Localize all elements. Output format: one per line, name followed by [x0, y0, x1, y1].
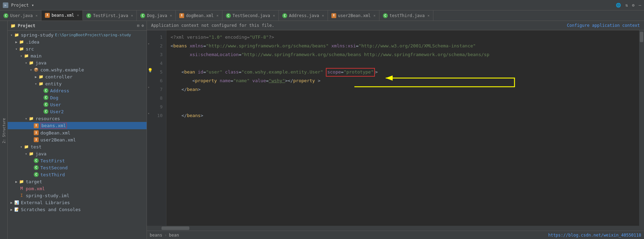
tree-item-test-java[interactable]: ▾ 📁 java: [8, 150, 147, 157]
tree-item-main[interactable]: ▾ 📁 main: [8, 52, 147, 59]
tree-label-main: main: [31, 53, 41, 59]
tab-user-java[interactable]: C User.java ✕: [0, 10, 41, 21]
folder-icon: 📁: [38, 81, 44, 86]
tree-item-testsecond[interactable]: C TestSecond: [8, 164, 147, 171]
tree-item-resources[interactable]: ▾ 📁 resources: [8, 115, 147, 122]
code-line-6: <property name="name" value="wshy"></pro…: [171, 77, 639, 85]
tree-item-address[interactable]: C Address: [8, 87, 147, 94]
sidebar-header: 📁 Project ⊟ ⚙: [8, 21, 147, 31]
tree-label-spring-study: spring-study: [21, 32, 54, 38]
tree-item-scratches[interactable]: ▶ 📝 Scratches and Consoles: [8, 206, 147, 213]
tab-bar: C User.java ✕ X beans.xml ✕ C TestFirst.…: [0, 10, 644, 21]
scrollbar-bottom[interactable]: [147, 226, 644, 231]
tab-close[interactable]: ✕: [131, 14, 133, 17]
tree-item-java[interactable]: ▾ 📁 java: [8, 59, 147, 66]
tree-item-ext-libs[interactable]: ▶ 📊 External Libraries: [8, 199, 147, 206]
tree-label-package: com.wshy.example: [40, 67, 84, 72]
tree-item-idea[interactable]: ▶ 📁 .idea: [8, 38, 147, 45]
tree-item-test[interactable]: ▾ 📁 test: [8, 143, 147, 150]
tree-item-user2bean-xml[interactable]: X user2Bean.xml: [8, 136, 147, 143]
csdn-link[interactable]: https://blog.csdn.net/weixin_40550118: [548, 233, 641, 238]
code-content[interactable]: <?xml version="1.0" encoding="UTF-8"?> <…: [166, 30, 639, 226]
code-text: >: [315, 77, 321, 85]
tab-close[interactable]: ✕: [427, 14, 430, 17]
project-tree: ▾ 📁 spring-study E:\SpringBootProject\sp…: [8, 31, 147, 239]
settings-icon[interactable]: ⚙: [141, 23, 144, 28]
minimize-icon[interactable]: —: [639, 3, 641, 8]
tab-close[interactable]: ✕: [217, 14, 219, 17]
tab-address-java[interactable]: C Address.java ✕: [279, 10, 328, 21]
tree-item-dogbean-xml[interactable]: X dogBean.xml: [8, 129, 147, 136]
code-text: bean: [184, 69, 195, 76]
tab-close[interactable]: ✕: [374, 14, 376, 17]
sync-icon[interactable]: ⇅: [625, 3, 628, 8]
tree-item-dog[interactable]: C Dog: [8, 94, 147, 101]
configure-link[interactable]: Configure application context: [567, 23, 640, 28]
line-numbers: 1 2 3 4 5 6 7 8 9 10: [152, 30, 166, 226]
folder-icon: 📁: [29, 60, 34, 65]
code-line-4: [171, 59, 639, 68]
expand-arrow: ▶: [14, 180, 19, 184]
tree-item-user[interactable]: C User: [8, 101, 147, 108]
line-num-10: 10: [154, 111, 165, 120]
editor-content: ▾ 💡 ▾ ▾ 1 2 3 4 5 6 7 8 9 10: [147, 30, 644, 226]
tab-user2bean-xml[interactable]: X user2Bean.xml ✕: [328, 10, 379, 21]
tab-close[interactable]: ✕: [322, 14, 324, 17]
tab-dog-java[interactable]: C Dog.java ✕: [137, 10, 176, 21]
breadcrumb-beans: beans: [150, 233, 162, 238]
tab-testfirst-java[interactable]: C TestFirst.java ✕: [83, 10, 137, 21]
tab-label: TestFirst.java: [93, 13, 128, 18]
scrollbar-thumb-h[interactable]: [162, 226, 189, 230]
settings-icon[interactable]: ⚙: [632, 3, 635, 8]
scrollbar-right[interactable]: [639, 30, 644, 226]
tree-item-entity[interactable]: ▾ 📁 entity: [8, 80, 147, 87]
line-num-6: 6: [154, 77, 165, 85]
code-text: [195, 69, 198, 76]
tree-label-dogbean-xml: dogBean.xml: [40, 130, 70, 136]
code-text: "user": [206, 69, 222, 76]
code-line-10: </beans>: [171, 111, 639, 120]
tab-close[interactable]: ✕: [273, 14, 275, 17]
tab-close-user[interactable]: ✕: [36, 14, 38, 17]
tab-dogbean-xml[interactable]: X dogBean.xml ✕: [176, 10, 222, 21]
tab-label: User.java: [10, 13, 33, 18]
fold-icon-line7[interactable]: ▾: [148, 85, 150, 89]
tree-item-testthird[interactable]: C testThird: [8, 171, 147, 178]
code-text: =: [230, 77, 233, 85]
line-num-5: 5: [154, 68, 165, 77]
tree-item-iml[interactable]: I spring-study.iml: [8, 192, 147, 199]
code-text: <?xml version=: [171, 34, 209, 41]
collapse-icon[interactable]: ⊟: [137, 23, 140, 28]
bulb-icon-line5[interactable]: 💡: [148, 68, 153, 73]
tree-item-controller[interactable]: ▶ 📁 controller: [8, 73, 147, 80]
tab-beans-xml[interactable]: X beans.xml ✕: [41, 10, 83, 21]
tree-item-target[interactable]: ▶ 📁 target: [8, 178, 147, 185]
scrollbar-thumb[interactable]: [640, 32, 643, 42]
tab-close-beans[interactable]: ✕: [77, 13, 79, 17]
sidebar-title: Project: [18, 23, 36, 28]
tree-item-package[interactable]: ▾ 📦 com.wshy.example: [8, 66, 147, 73]
fold-icon-line2[interactable]: ▾: [148, 42, 150, 46]
expand-arrow: ▾: [24, 61, 29, 65]
globe-icon[interactable]: 🌐: [616, 3, 621, 8]
tree-item-user2[interactable]: C User2: [8, 108, 147, 115]
structure-tab[interactable]: 2: Structure: [1, 115, 7, 146]
tree-item-testfirst[interactable]: C TestFirst: [8, 157, 147, 164]
fold-icon-line10[interactable]: ▾: [148, 111, 150, 115]
tab-label-beans: beans.xml: [52, 13, 74, 18]
status-bar: beans › bean https://blog.csdn.net/weixi…: [147, 231, 644, 239]
xml-file-icon: X: [33, 130, 39, 136]
tab-testsecond-java[interactable]: C TestSecond.java ✕: [222, 10, 279, 21]
line-num-8: 8: [154, 94, 165, 103]
tree-item-src[interactable]: ▾ 📁 src: [8, 45, 147, 52]
tree-item-spring-study[interactable]: ▾ 📁 spring-study E:\SpringBootProject\sp…: [8, 31, 147, 38]
tab-close[interactable]: ✕: [170, 14, 172, 17]
code-text: >: [375, 69, 378, 76]
expand-arrow: ▶: [33, 75, 38, 79]
scope-highlight: scope="prototype": [326, 68, 375, 77]
class-icon: C: [33, 172, 39, 177]
tree-item-pom[interactable]: M pom.xml: [8, 185, 147, 192]
tree-item-beans-xml[interactable]: X beans.xml: [8, 122, 147, 129]
tab-testthird-java[interactable]: C testThird.java ✕: [379, 10, 433, 21]
class-icon: C: [86, 13, 91, 18]
